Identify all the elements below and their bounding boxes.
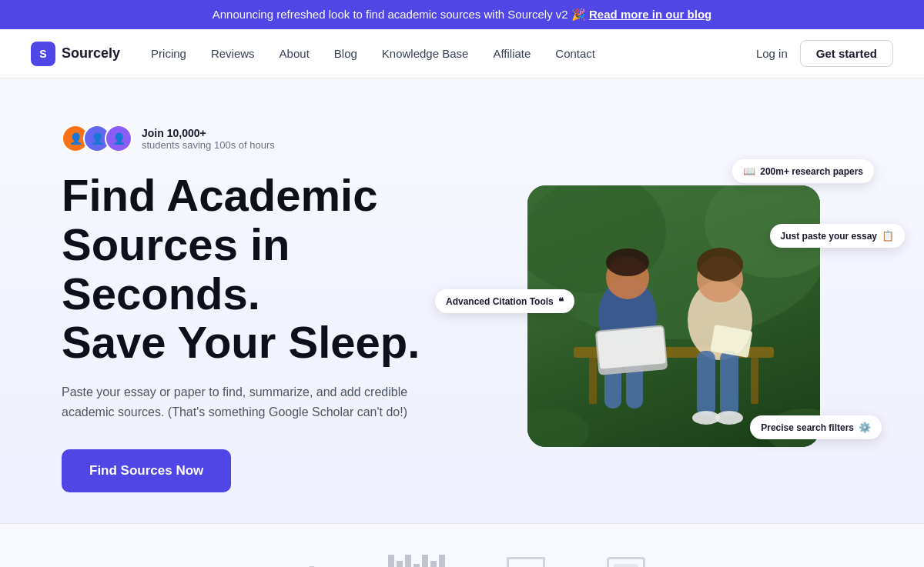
avatar-group: 👤 👤 👤: [62, 125, 132, 152]
nav-affiliate[interactable]: Affiliate: [493, 47, 531, 60]
svg-point-17: [715, 411, 743, 425]
mit-bar-6: [430, 561, 437, 567]
hero-title: Find Academic Sources in Seconds. Save Y…: [62, 171, 470, 367]
login-button[interactable]: Log in: [756, 47, 788, 60]
nav-knowledge-base[interactable]: Knowledge Base: [382, 47, 469, 60]
navbar-actions: Log in Get started: [756, 40, 893, 67]
trust-logo-arch: A: [507, 557, 545, 567]
tag-citation-text: Advanced Citation Tools: [446, 296, 554, 307]
announcement-link[interactable]: Read more in our blog: [589, 8, 711, 21]
hero-image-container: 📖 200m+ research papers Just paste your …: [512, 170, 835, 447]
avatar-3: 👤: [105, 125, 132, 152]
svg-rect-14: [697, 351, 715, 416]
mit-bar-7: [439, 555, 445, 567]
svg-point-19: [697, 248, 743, 282]
mit-bar-3: [405, 555, 411, 567]
hero-section: 👤 👤 👤 Join 10,000+ students saving 100s …: [0, 78, 924, 523]
mit-bar-5: [422, 555, 428, 567]
svg-point-10: [606, 248, 649, 276]
svg-rect-23: [614, 564, 638, 567]
social-proof: 👤 👤 👤 Join 10,000+ students saving 100s …: [62, 125, 470, 152]
mit-bars: [388, 555, 445, 567]
svg-rect-15: [720, 351, 738, 416]
tag-paste-text: Just paste your essay: [781, 231, 877, 242]
join-text: Join 10,000+: [142, 127, 275, 139]
navbar: S Sourcely Pricing Reviews About Blog Kn…: [0, 29, 924, 78]
quote-icon: ❝: [558, 295, 564, 307]
trust-logo-mit: Massachusetts Institute of: [388, 555, 445, 567]
nav-blog[interactable]: Blog: [334, 47, 357, 60]
tag-research-text: 200m+ research papers: [760, 166, 863, 177]
tag-filter-text: Precise search filters: [761, 422, 854, 433]
trust-logo-yale: Yale: [279, 560, 327, 567]
nav-contact[interactable]: Contact: [555, 47, 595, 60]
social-proof-text: Join 10,000+ students saving 100s of hou…: [142, 127, 275, 151]
mit-bar-1: [388, 555, 394, 567]
hero-left: 👤 👤 👤 Join 10,000+ students saving 100s …: [62, 125, 470, 492]
svg-rect-12: [597, 327, 666, 369]
mit-bar-4: [413, 564, 420, 567]
find-sources-button[interactable]: Find Sources Now: [62, 449, 231, 492]
get-started-button[interactable]: Get started: [800, 40, 893, 67]
nav-about[interactable]: About: [280, 47, 310, 60]
svg-rect-4: [589, 358, 597, 404]
logo-link[interactable]: S Sourcely: [31, 42, 120, 66]
book-icon: 📖: [743, 165, 755, 177]
svg-rect-5: [751, 358, 758, 404]
logo-icon: S: [31, 42, 55, 66]
filter-icon: ⚙️: [859, 422, 871, 433]
trusted-section: Yale Massachusetts Institute of A: [0, 523, 924, 567]
hero-description: Paste your essay or paper to find, summa…: [62, 382, 431, 422]
tag-citation: Advanced Citation Tools ❝: [435, 289, 574, 313]
svg-point-21: [527, 409, 589, 447]
nav-reviews[interactable]: Reviews: [211, 47, 255, 60]
navbar-links: Pricing Reviews About Blog Knowledge Bas…: [151, 47, 756, 60]
announcement-bar: Announcing refreshed look to find academ…: [0, 0, 924, 29]
globe-icon: [614, 564, 638, 567]
tag-paste: Just paste your essay 📋: [770, 224, 905, 248]
announcement-text: Announcing refreshed look to find academ…: [213, 8, 586, 21]
hero-right: 📖 200m+ research papers Just paste your …: [470, 143, 878, 474]
tag-research: 📖 200m+ research papers: [732, 159, 874, 183]
tag-filter: Precise search filters ⚙️: [750, 415, 882, 439]
copy-icon: 📋: [882, 230, 894, 242]
logo-text: Sourcely: [62, 45, 120, 62]
nav-pricing[interactable]: Pricing: [151, 47, 186, 60]
sub-text: students saving 100s of hours: [142, 139, 275, 151]
trust-logo-other: [607, 557, 645, 567]
mit-bar-2: [397, 561, 403, 567]
